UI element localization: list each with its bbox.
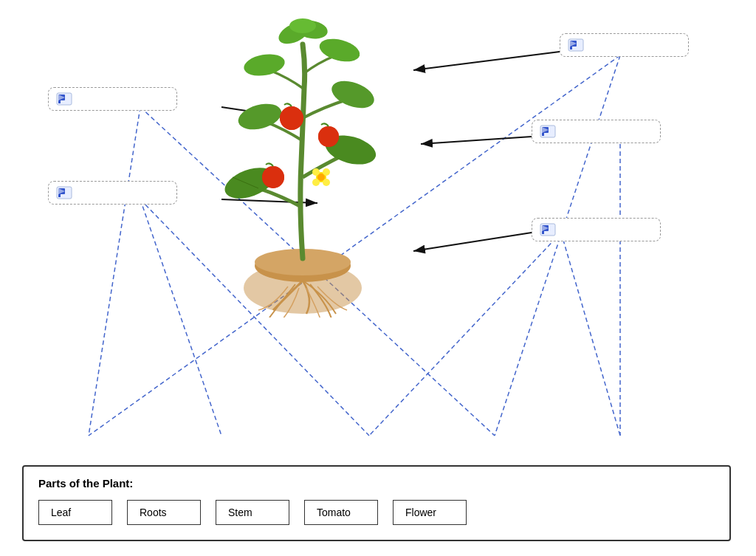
flag-icon (540, 223, 556, 236)
svg-point-21 (236, 100, 284, 134)
flag-icon (56, 186, 72, 199)
label-box-stem[interactable] (48, 181, 177, 205)
svg-point-27 (289, 18, 316, 33)
svg-line-9 (561, 233, 620, 436)
svg-point-29 (280, 106, 303, 130)
label-box-tomato-top[interactable] (560, 33, 689, 57)
label-box-leaf[interactable] (48, 87, 177, 111)
word-leaf[interactable]: Leaf (38, 500, 112, 525)
flag-icon (568, 38, 584, 52)
svg-rect-42 (570, 47, 572, 49)
svg-line-4 (89, 107, 140, 436)
svg-line-1 (495, 55, 620, 436)
word-roots[interactable]: Roots (127, 500, 201, 525)
svg-rect-50 (542, 231, 544, 234)
label-box-roots[interactable] (532, 218, 661, 241)
flag-icon (540, 125, 556, 138)
svg-rect-54 (58, 100, 61, 103)
svg-rect-46 (542, 133, 544, 136)
svg-line-11 (421, 137, 532, 144)
svg-line-12 (413, 233, 532, 251)
word-stem[interactable]: Stem (216, 500, 289, 525)
word-flower[interactable]: Flower (393, 500, 467, 525)
svg-rect-58 (58, 194, 61, 197)
svg-point-22 (328, 76, 377, 114)
flag-icon (56, 92, 72, 106)
panel-title: Parts of the Plant: (38, 477, 715, 490)
svg-line-10 (413, 52, 560, 70)
svg-point-39 (317, 174, 325, 181)
word-bank: Leaf Roots Stem Tomato Flower (38, 500, 715, 525)
svg-point-33 (262, 166, 284, 188)
word-tomato[interactable]: Tomato (304, 500, 378, 525)
svg-point-31 (318, 126, 339, 147)
label-box-flower[interactable] (532, 120, 661, 143)
bottom-panel: Parts of the Plant: Leaf Roots Stem Toma… (22, 465, 731, 541)
